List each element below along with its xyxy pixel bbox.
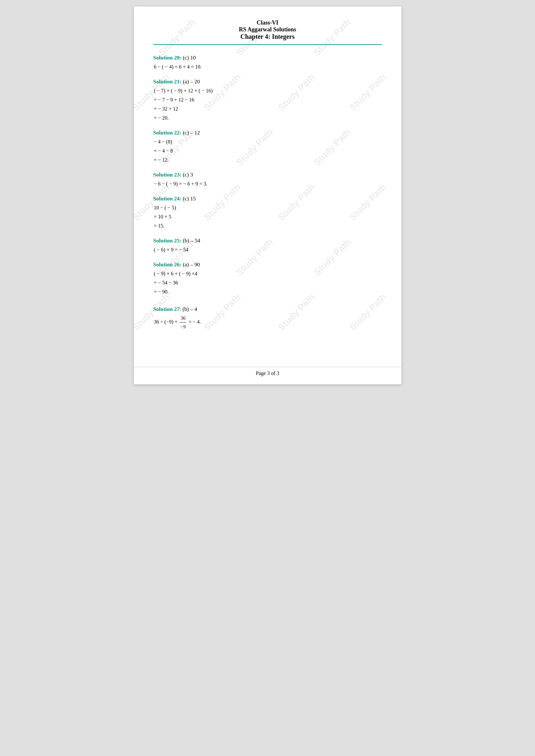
- solution-26-body: ( − 9) × 6 + ( − 9) ×4 = − 54 − 36 = − 9…: [154, 269, 382, 296]
- solution-26: Solution 26: (a) – 90 ( − 9) × 6 + ( − 9…: [153, 261, 382, 296]
- solution-22-title: Solution 22: (c) – 12: [153, 130, 382, 136]
- solution-27-text-before: 36 ÷ (−9) =: [154, 319, 179, 325]
- solution-27: Solution 27: (b) – 4 36 ÷ (−9) = 36−9 = …: [153, 306, 382, 331]
- solution-27-body: 36 ÷ (−9) = 36−9 = − 4.: [154, 314, 382, 331]
- header-line3: Chapter 4: Integers: [153, 33, 382, 40]
- solution-21: Solution 21: (a) – 20 ( − 7) + ( − 9) + …: [153, 79, 382, 122]
- solution-27-title: Solution 27: (b) – 4: [153, 306, 382, 312]
- solution-23: Solution 23: (c) 3 − 6 − ( − 9) = − 6 + …: [153, 172, 382, 188]
- solution-22-body: − 4 − (8) = − 4 − 8 = − 12.: [154, 137, 382, 165]
- page: Study Path Study Path Study Path Study P…: [134, 7, 401, 384]
- solution-22: Solution 22: (c) – 12 − 4 − (8) = − 4 − …: [153, 130, 382, 165]
- solution-20: Solution 20: (c) 10 6 − ( − 4) = 6 + 4 =…: [153, 55, 382, 71]
- solution-25: Solution 25: (b) – 54 ( − 6) × 9 = − 54: [153, 237, 382, 255]
- solution-26-title: Solution 26: (a) – 90: [153, 261, 382, 268]
- solution-21-title: Solution 21: (a) – 20: [153, 79, 382, 85]
- solution-20-title: Solution 20: (c) 10: [153, 55, 382, 61]
- solution-21-body: ( − 7) + ( − 9) + 12 + ( − 16) = − 7 − 9…: [154, 86, 382, 122]
- solution-24-body: 10 − ( − 5) = 10 + 5 = 15.: [154, 203, 382, 230]
- solution-20-body: 6 − ( − 4) = 6 + 4 = 10.: [154, 62, 382, 71]
- header-line1: Class-VI: [153, 19, 382, 26]
- solutions-container: Solution 20: (c) 10 6 − ( − 4) = 6 + 4 =…: [153, 55, 382, 331]
- page-header: Class-VI RS Aggarwal Solutions Chapter 4…: [153, 19, 382, 45]
- solution-27-text-after: = − 4.: [187, 319, 201, 325]
- solution-25-body: ( − 6) × 9 = − 54: [154, 245, 382, 255]
- solution-24: Solution 24: (c) 15 10 − ( − 5) = 10 + 5…: [153, 196, 382, 230]
- solution-23-title: Solution 23: (c) 3: [153, 172, 382, 178]
- header-line2: RS Aggarwal Solutions: [153, 26, 382, 33]
- page-footer: Page 3 of 3: [134, 367, 401, 376]
- solution-23-body: − 6 − ( − 9) = − 6 + 9 = 3.: [154, 179, 382, 188]
- fraction-36-over-neg9: 36−9: [180, 314, 187, 331]
- solution-24-title: Solution 24: (c) 15: [153, 196, 382, 202]
- solution-25-title: Solution 25: (b) – 54: [153, 237, 382, 244]
- page-number: Page 3 of 3: [256, 370, 279, 376]
